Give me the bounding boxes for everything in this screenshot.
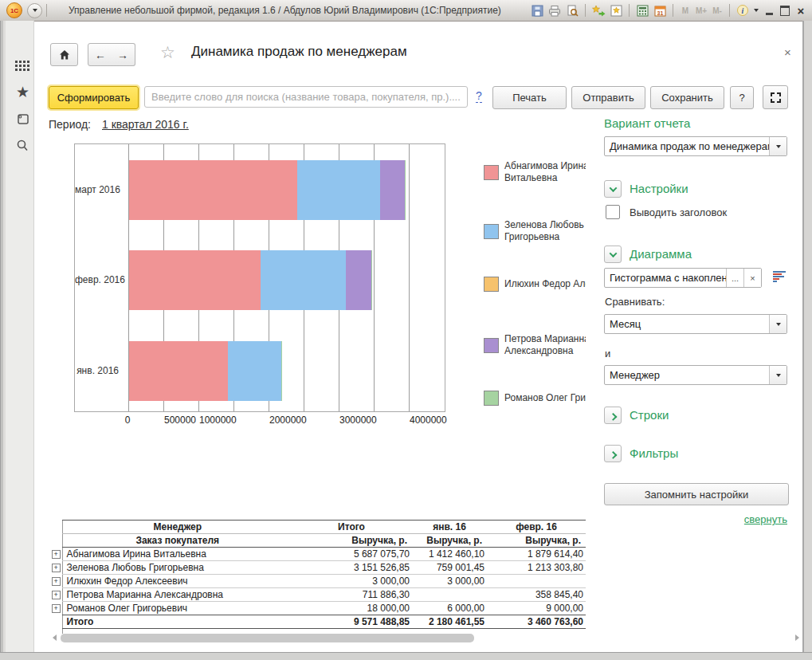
- filters-section-toggle[interactable]: [604, 445, 622, 462]
- row-expander[interactable]: +: [52, 591, 61, 599]
- generate-button[interactable]: Сформировать: [49, 86, 139, 109]
- print-icon[interactable]: [546, 2, 563, 19]
- system-menu-button[interactable]: [27, 3, 42, 18]
- chart-type-clear-button[interactable]: ×: [743, 269, 761, 287]
- value-cell[interactable]: 5 687 075,70: [291, 548, 412, 561]
- bar-segment[interactable]: [129, 341, 228, 401]
- rows-section-toggle[interactable]: [604, 407, 622, 424]
- search-input[interactable]: [144, 86, 468, 108]
- value-cell[interactable]: [412, 588, 487, 602]
- variant-dropdown-button[interactable]: [769, 137, 787, 155]
- value-cell[interactable]: 358 845,40: [487, 588, 586, 602]
- value-cell[interactable]: 3 000,00: [412, 575, 487, 588]
- value-cell[interactable]: 1 213 303,80: [487, 561, 586, 575]
- compare-select[interactable]: Месяц: [604, 314, 787, 334]
- bar-segment[interactable]: [297, 160, 380, 220]
- bar-segment[interactable]: [228, 341, 281, 401]
- value-cell[interactable]: 1 412 460,10: [412, 548, 487, 561]
- legend-item: Петрова МарианнаАлександровна: [484, 333, 586, 357]
- fullscreen-button[interactable]: [763, 85, 788, 109]
- value-cell[interactable]: 3 151 526,85: [291, 561, 412, 575]
- search-sidebar-icon[interactable]: [16, 139, 29, 155]
- bar-segment[interactable]: [371, 250, 372, 310]
- send-button[interactable]: Отправить: [571, 86, 645, 109]
- row-expander[interactable]: +: [52, 577, 61, 586]
- value-cell[interactable]: 6 000,00: [412, 602, 487, 615]
- bar-segment[interactable]: [129, 250, 261, 310]
- chart-x-axis: 05000001000000200000030000004000000: [74, 414, 449, 426]
- compare2-select[interactable]: Менеджер: [604, 365, 787, 385]
- fullscreen-icon: [770, 92, 782, 104]
- value-cell[interactable]: 18 000,00: [291, 602, 412, 615]
- favorites-icon[interactable]: [607, 2, 625, 19]
- save-button[interactable]: Сохранить: [650, 86, 724, 109]
- manager-cell[interactable]: Романов Олег Григорьевич: [62, 602, 291, 615]
- manager-cell[interactable]: Петрова Марианна Александровна: [62, 588, 291, 602]
- value-cell[interactable]: 9 000,00: [487, 602, 586, 615]
- close-report-icon[interactable]: ×: [784, 46, 791, 58]
- remember-settings-button[interactable]: Запомнить настройки: [604, 483, 789, 505]
- chart-type-more-button[interactable]: ...: [726, 269, 743, 287]
- home-button[interactable]: [50, 43, 78, 66]
- variant-select[interactable]: Динамика продаж по менеджерам: [604, 136, 787, 156]
- settings-section-toggle[interactable]: [604, 180, 622, 198]
- compare2-dropdown-button[interactable]: [769, 366, 787, 384]
- memory-recall-button[interactable]: M: [677, 6, 693, 15]
- bar-segment[interactable]: [346, 250, 371, 310]
- maximize-button[interactable]: [777, 3, 793, 18]
- row-expander[interactable]: +: [52, 564, 61, 572]
- hscroll-thumb[interactable]: [61, 634, 474, 642]
- row-expander[interactable]: +: [52, 604, 61, 613]
- value-cell[interactable]: 711 886,30: [291, 588, 412, 602]
- x-tick-label: 4000000: [410, 414, 447, 426]
- calculator-icon[interactable]: [634, 2, 651, 19]
- add-favorite-icon[interactable]: [590, 2, 607, 19]
- collapse-link[interactable]: свернуть: [604, 513, 787, 525]
- minimize-button[interactable]: [761, 3, 777, 18]
- hscroll-left-arrow[interactable]: [53, 634, 57, 641]
- hscroll-right-arrow[interactable]: [795, 634, 799, 641]
- close-window-button[interactable]: ×: [793, 3, 809, 18]
- save-icon[interactable]: [528, 2, 546, 19]
- value-cell[interactable]: 759 001,45: [412, 561, 487, 575]
- info-icon[interactable]: i: [734, 2, 751, 19]
- info-dropdown-icon[interactable]: [751, 2, 761, 19]
- calendar-icon[interactable]: 31: [651, 2, 669, 19]
- search-help-link[interactable]: ?: [476, 89, 482, 103]
- bar-segment[interactable]: [261, 250, 346, 310]
- value-cell[interactable]: [487, 575, 586, 588]
- bar-segment[interactable]: [129, 160, 297, 220]
- back-button[interactable]: ←: [88, 43, 113, 66]
- x-tick-label: 1000000: [199, 414, 237, 426]
- chart-type-icon[interactable]: [773, 271, 787, 284]
- table-row: +Илюхин Федор Алексеевич3 000,003 000,00: [50, 575, 586, 588]
- row-expander[interactable]: +: [52, 550, 61, 559]
- app-logo-icon[interactable]: 1С: [6, 2, 22, 18]
- diagram-section-toggle[interactable]: [604, 246, 622, 263]
- favorites-sidebar-icon[interactable]: ★: [16, 84, 29, 100]
- period-link[interactable]: 1 квартал 2016 г.: [102, 118, 189, 131]
- value-cell[interactable]: 1 879 614,40: [487, 548, 586, 561]
- legend-label: Илюхин Федор Алек: [504, 278, 586, 290]
- value-cell[interactable]: 3 000,00: [291, 575, 412, 588]
- history-icon[interactable]: [16, 112, 29, 129]
- print-button[interactable]: Печать: [492, 86, 567, 109]
- manager-cell[interactable]: Илюхин Федор Алексеевич: [62, 575, 291, 588]
- forward-button[interactable]: →: [111, 43, 135, 66]
- chevron-down-icon: [776, 374, 781, 377]
- print-preview-icon[interactable]: [563, 2, 581, 19]
- bar-segment[interactable]: [380, 160, 405, 220]
- show-title-checkbox[interactable]: [606, 205, 620, 219]
- manager-cell[interactable]: Зеленова Любовь Григорьевна: [62, 561, 291, 575]
- function-menu-icon[interactable]: [15, 61, 29, 71]
- compare-dropdown-button[interactable]: [769, 315, 787, 333]
- manager-cell[interactable]: Абнагимова Ирина Витальевна: [62, 548, 291, 561]
- memory-add-button[interactable]: M+: [693, 6, 709, 15]
- bar-segment[interactable]: [281, 341, 282, 401]
- favorite-star-icon[interactable]: ☆: [160, 44, 175, 61]
- help-button[interactable]: ?: [730, 86, 754, 109]
- window-left-border: [0, 21, 6, 652]
- table-subheader-row: Заказ покупателя Выручка, р. Выручка, р.…: [50, 534, 586, 548]
- chart-type-field[interactable]: Гистограмма с накоплением ... ×: [604, 268, 762, 288]
- memory-subtract-button[interactable]: M-: [709, 6, 725, 15]
